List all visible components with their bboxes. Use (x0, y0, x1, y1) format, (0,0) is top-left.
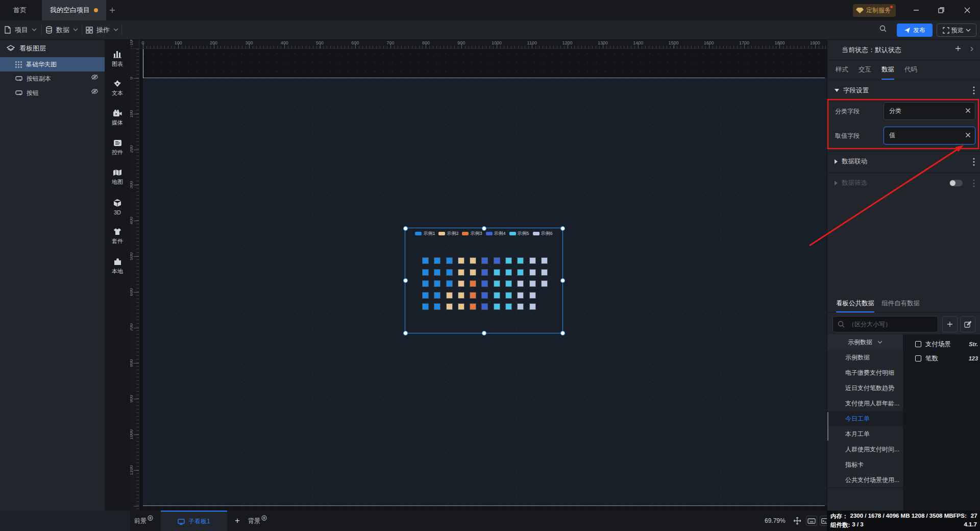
add-state-button[interactable] (954, 45, 962, 52)
layer-item-2[interactable]: 按钮副本 (0, 71, 105, 86)
plus-icon (109, 7, 116, 14)
dataset-field-1[interactable]: 支付场景Str. (903, 337, 980, 351)
waffle-cell (506, 270, 511, 275)
field-input-1[interactable]: 分类 (884, 102, 975, 120)
selection-handle[interactable] (560, 331, 565, 335)
dataset-field-2[interactable]: 笔数123 (903, 351, 980, 366)
dashboard-bottom-edge (143, 505, 825, 506)
dataset-dropdown[interactable]: 示例数据 (827, 334, 903, 350)
selection-handle[interactable] (482, 331, 486, 335)
dashboard-left-edge (143, 49, 143, 78)
inspector-tab-1[interactable]: 样式 (836, 60, 848, 80)
selection-handle[interactable] (560, 278, 565, 283)
kebab-menu-icon[interactable] (973, 86, 975, 94)
selection-handle[interactable] (403, 278, 408, 283)
dataset-search-input[interactable] (848, 321, 925, 328)
data-panel-tab-2[interactable]: 组件自有数据 (881, 295, 920, 312)
add-dataset-button[interactable] (942, 316, 958, 332)
dataset-list-column: 示例数据示例数据电子缴费支付明细近日支付笔数趋势支付使用人群年龄...今日工单本… (827, 334, 903, 511)
selection-handle[interactable] (403, 226, 408, 231)
toolbox-item-6[interactable]: 3D (105, 192, 130, 222)
dataset-item-2[interactable]: 电子缴费支付明细 (827, 365, 903, 380)
eye-off-icon[interactable] (91, 74, 99, 80)
waffle-chart-widget[interactable]: 示例1示例2示例3示例4示例5示例6 (405, 228, 563, 333)
circle-plus-icon[interactable] (261, 515, 267, 521)
scrollbar-thumb[interactable] (827, 412, 828, 441)
waffle-cell (434, 304, 440, 309)
selection-handle[interactable] (403, 331, 408, 335)
layer-item-label: 按钮 (27, 89, 39, 98)
canvas-body[interactable]: 示例1示例2示例3示例4示例5示例6 (139, 49, 827, 511)
toolbox-item-1[interactable]: 图表 (105, 44, 130, 74)
data-filter-toggle[interactable] (949, 180, 963, 186)
legend-swatch (509, 232, 516, 235)
legend-item-3[interactable]: 示例3 (462, 230, 482, 237)
background-tab[interactable]: 背景 (248, 511, 267, 531)
inspector-tab-3[interactable]: 数据 (881, 60, 894, 80)
window-tab-1[interactable]: 首页 (5, 0, 35, 20)
toolbox-item-5[interactable]: 地图 (105, 162, 130, 192)
dataset-item-7[interactable]: 人群使用支付时间... (827, 442, 903, 457)
kebab-menu-icon[interactable] (973, 179, 975, 187)
legend-item-1[interactable]: 示例1 (415, 230, 435, 237)
legend-item-6[interactable]: 示例6 (533, 230, 553, 237)
dataset-item-5[interactable]: 今日工单 (827, 411, 903, 426)
layer-item-3[interactable]: 按钮 (0, 86, 105, 100)
kebab-menu-icon[interactable] (973, 158, 975, 166)
menu-item-2[interactable]: 数据 (41, 20, 82, 39)
new-tab-button[interactable] (106, 4, 119, 16)
selection-handle[interactable] (482, 226, 486, 231)
close-button[interactable] (960, 3, 975, 18)
legend-item-4[interactable]: 示例4 (486, 230, 506, 237)
toolbox-item-8[interactable]: 本地 (105, 251, 130, 281)
data-filter-section[interactable]: 数据筛选 (827, 173, 980, 193)
dataset-item-1[interactable]: 示例数据 (827, 350, 903, 365)
toolbox-item-7[interactable]: 套件 (105, 222, 130, 251)
dataset-item-4[interactable]: 支付使用人群年龄... (827, 396, 903, 411)
menu-item-1[interactable]: 项目 (0, 20, 41, 39)
clear-field-icon[interactable] (965, 108, 971, 113)
shortcut-keys-button[interactable] (806, 516, 817, 526)
add-subboard-button[interactable]: + (230, 511, 245, 531)
toolbox-item-4[interactable]: 控件 (105, 133, 130, 162)
dataset-item-8[interactable]: 指标卡 (827, 457, 903, 472)
legend-item-5[interactable]: 示例5 (509, 230, 529, 237)
eye-off-icon[interactable] (91, 88, 99, 94)
field-checkbox[interactable] (915, 355, 921, 361)
toolbox-item-2[interactable]: 文本 (105, 74, 130, 103)
selection-handle[interactable] (560, 226, 565, 231)
inspector-tab-4[interactable]: 代码 (904, 60, 917, 80)
field-checkbox[interactable] (915, 341, 921, 347)
minimize-button[interactable] (909, 3, 924, 18)
circle-plus-icon[interactable] (148, 515, 153, 521)
subboard-tab[interactable]: 子看板1 (161, 511, 227, 531)
fit-screen-button[interactable] (792, 516, 803, 526)
inspector-tab-2[interactable]: 交互 (859, 60, 871, 80)
dataset-search[interactable] (832, 316, 938, 332)
dataset-item-3[interactable]: 近日支付笔数趋势 (827, 380, 903, 396)
layer-item-1[interactable]: 基础华夫图 (0, 57, 105, 71)
data-link-section[interactable]: 数据联动 (827, 151, 980, 172)
preview-button[interactable]: 预览 (937, 23, 976, 37)
dataset-item-9[interactable]: 公共支付场景使用... (827, 472, 903, 488)
clear-field-icon[interactable] (965, 132, 971, 138)
data-panel-tab-1[interactable]: 看板公共数据 (836, 295, 874, 312)
window-tab-2[interactable]: 我的空白项目 (42, 0, 106, 20)
dataset-item-6[interactable]: 本月工单 (827, 426, 903, 442)
field-input-2[interactable]: 值 (884, 127, 975, 144)
chevron-right-icon[interactable] (970, 46, 974, 52)
field-settings-section[interactable]: 字段设置 (827, 80, 980, 101)
toolbox-item-3[interactable]: 媒体 (105, 103, 130, 133)
chevron-down-icon (113, 28, 118, 32)
legend-item-2[interactable]: 示例2 (438, 230, 458, 237)
zoom-level[interactable]: 69.79% (765, 511, 786, 531)
edit-dataset-button[interactable] (960, 316, 975, 332)
ruler-top-label: 700 (387, 40, 395, 45)
foreground-tab[interactable]: 前景 (134, 511, 153, 531)
search-button[interactable] (879, 25, 890, 36)
maximize-button[interactable] (934, 3, 949, 18)
canvas-viewport[interactable]: 0100200300400500600700800900100011001200… (130, 40, 827, 511)
publish-button[interactable]: 发布 (897, 23, 933, 37)
menu-item-3[interactable]: 操作 (82, 20, 122, 39)
custom-service-badge[interactable]: 定制服务 (853, 4, 896, 17)
